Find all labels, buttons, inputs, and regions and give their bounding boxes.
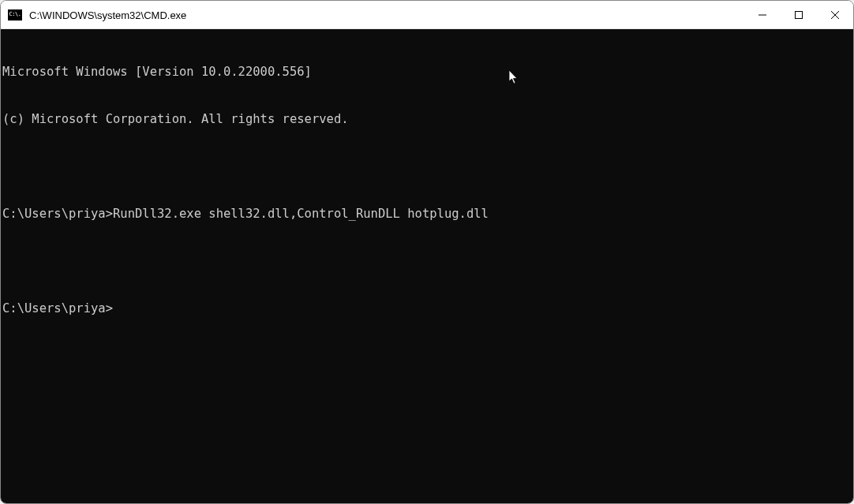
- terminal-line: (c) Microsoft Corporation. All rights re…: [2, 111, 852, 127]
- cmd-icon-text: C:\.: [9, 12, 21, 17]
- terminal-line: Microsoft Windows [Version 10.0.22000.55…: [2, 64, 852, 80]
- maximize-button[interactable]: [781, 1, 817, 28]
- terminal-line: C:\Users\priya>RunDll32.exe shell32.dll,…: [2, 206, 852, 222]
- terminal-line: [2, 253, 852, 269]
- window-controls: [744, 1, 853, 28]
- close-icon: [831, 11, 839, 19]
- close-button[interactable]: [817, 1, 853, 28]
- minimize-icon: [758, 11, 766, 19]
- titlebar[interactable]: C:\. C:\WINDOWS\system32\CMD.exe: [1, 1, 853, 29]
- prompt: C:\Users\priya>: [2, 207, 113, 221]
- command-text: RunDll32.exe shell32.dll,Control_RunDLL …: [113, 207, 489, 221]
- terminal-line: [2, 159, 852, 174]
- terminal-line: C:\Users\priya>: [2, 301, 852, 316]
- minimize-button[interactable]: [744, 1, 781, 28]
- prompt: C:\Users\priya>: [2, 301, 113, 315]
- maximize-icon: [795, 11, 803, 19]
- terminal-text: Microsoft Windows [Version 10.0.22000.55…: [2, 65, 312, 79]
- terminal-area[interactable]: Microsoft Windows [Version 10.0.22000.55…: [1, 29, 853, 503]
- cmd-icon: C:\.: [8, 9, 22, 21]
- svg-rect-1: [796, 11, 803, 18]
- window-title: C:\WINDOWS\system32\CMD.exe: [29, 9, 744, 21]
- terminal-text: (c) Microsoft Corporation. All rights re…: [2, 112, 349, 126]
- cmd-window: C:\. C:\WINDOWS\system32\CMD.exe Microso…: [0, 0, 854, 504]
